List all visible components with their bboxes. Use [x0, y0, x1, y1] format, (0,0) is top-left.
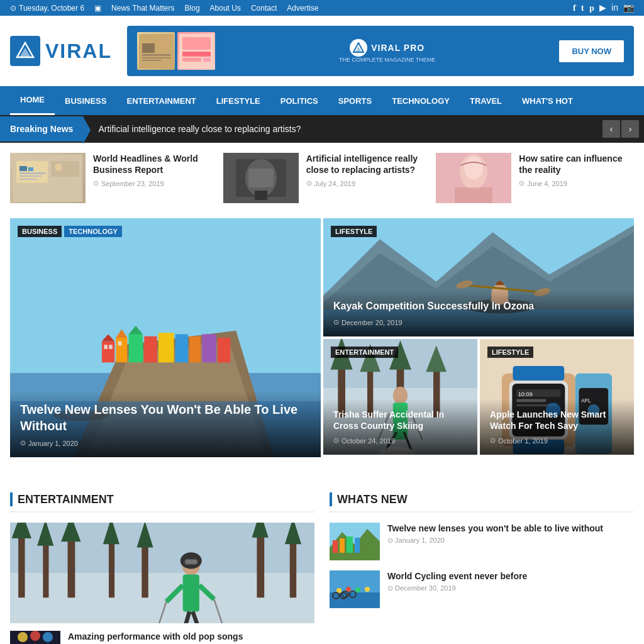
- featured-sub-top-title: Kayak Competition Successfully In Ozona: [333, 300, 624, 313]
- tag-lifestyle-top[interactable]: LIFESTYLE: [331, 226, 377, 237]
- article-1-title: World Headlines & World Business Report: [93, 153, 208, 175]
- featured-sub-bottom-right[interactable]: 10:09 APL LIFESTYLE: [480, 339, 634, 455]
- svg-rect-21: [19, 179, 37, 180]
- svg-rect-43: [189, 336, 201, 363]
- date-display: ⊙ Tuesday, October 6: [10, 4, 84, 13]
- instagram-icon[interactable]: 📷: [623, 3, 634, 13]
- wn-date-2: ⊙ December 30, 2019: [387, 584, 527, 592]
- wn-thumb-2: [330, 570, 380, 608]
- site-header: VIRAL: [0, 16, 644, 86]
- breaking-news-label: Breaking News: [0, 116, 83, 142]
- featured-sub-bottom: ENTERTAINMENT Trisha Suffer Accidental I…: [323, 339, 634, 455]
- svg-rect-11: [182, 58, 201, 62]
- svg-rect-102: [68, 536, 75, 597]
- article-3-info: How satire can influence the reality ⊙ J…: [519, 153, 634, 187]
- ad-banner[interactable]: VIRAL PRO THE COMPLETE MAGAZINE THEME BU…: [127, 26, 634, 76]
- logo-text: VIRAL: [45, 40, 112, 63]
- svg-rect-12: [203, 58, 211, 62]
- svg-rect-45: [218, 338, 230, 362]
- svg-rect-5: [142, 57, 170, 58]
- article-3-image: [436, 153, 511, 203]
- featured-main-date: ⊙ January 1, 2020: [20, 439, 311, 447]
- svg-rect-37: [102, 341, 114, 363]
- svg-rect-17: [19, 166, 27, 171]
- featured-main[interactable]: BUSINESS TECHNOLOGY Twelve New Lenses Yo…: [10, 218, 321, 457]
- wn-title-1: Twelve new lenses you won't be able to l…: [387, 523, 603, 534]
- nav-entertainment[interactable]: ENTERTAINMENT: [116, 87, 206, 114]
- top-article-1[interactable]: World Headlines & World Business Report …: [10, 153, 208, 203]
- featured-sub-bottom-left[interactable]: ENTERTAINMENT Trisha Suffer Accidental I…: [323, 339, 477, 455]
- svg-point-127: [18, 632, 28, 642]
- featured-sub-bl-tags: ENTERTAINMENT: [331, 347, 398, 358]
- svg-rect-113: [183, 575, 199, 612]
- nav-about[interactable]: About Us: [210, 4, 241, 13]
- entertainment-main-image[interactable]: [10, 523, 314, 623]
- top-article-3[interactable]: How satire can influence the reality ⊙ J…: [436, 153, 634, 203]
- whats-new-section: WHATS NEW Twelve new lenses you won't be…: [330, 492, 634, 644]
- svg-rect-51: [118, 341, 122, 346]
- svg-rect-10: [182, 52, 211, 57]
- ad-thumb-2: [177, 32, 215, 70]
- newspaper-icon: ▣: [94, 4, 101, 13]
- svg-rect-40: [144, 336, 157, 363]
- svg-rect-19: [19, 172, 46, 174]
- top-bar-left: ⊙ Tuesday, October 6 ▣ News That Matters…: [10, 4, 318, 13]
- twitter-icon[interactable]: 𝐭: [581, 3, 584, 13]
- breaking-prev-button[interactable]: ‹: [602, 120, 620, 138]
- nav-travel[interactable]: TRAVEL: [460, 87, 512, 114]
- logo-icon: [10, 36, 40, 66]
- ad-thumbnails: [137, 32, 215, 70]
- article-1-date: ⊙ September 23, 2019: [93, 179, 208, 187]
- featured-sub-top[interactable]: LIFESTYLE Kayak Competition Successfully…: [323, 218, 634, 336]
- ad-brand-text: VIRAL PRO: [371, 43, 425, 53]
- wn-thumb-1: [330, 523, 380, 560]
- facebook-icon[interactable]: 𝐟: [573, 3, 576, 13]
- ad-thumb-1: [137, 32, 175, 70]
- svg-point-23: [55, 164, 62, 171]
- site-logo[interactable]: VIRAL: [10, 36, 112, 66]
- tag-business[interactable]: BUSINESS: [18, 226, 62, 237]
- clock-icon-wn1: ⊙: [387, 536, 393, 544]
- nav-contact[interactable]: Contact: [251, 4, 277, 13]
- svg-rect-18: [28, 167, 33, 171]
- wn-item-1[interactable]: Twelve new lenses you won't be able to l…: [330, 523, 634, 560]
- tag-technology[interactable]: TECHNOLOGY: [64, 226, 122, 237]
- tag-entertainment[interactable]: ENTERTAINMENT: [331, 347, 398, 358]
- breaking-news-text: Artificial intelligence really close to …: [83, 116, 602, 142]
- svg-rect-42: [175, 334, 188, 362]
- nav-technology[interactable]: TECHNOLOGY: [382, 87, 460, 114]
- top-article-2[interactable]: Artificial intelligence really close to …: [223, 153, 421, 203]
- article-3-title: How satire can influence the reality: [519, 153, 634, 175]
- nav-whats-hot[interactable]: WHAT'S HOT: [512, 87, 583, 114]
- whats-new-list: Twelve new lenses you won't be able to l…: [330, 523, 634, 608]
- pinterest-icon[interactable]: 𝐩: [589, 3, 594, 13]
- svg-rect-4: [142, 54, 170, 56]
- svg-point-7: [158, 37, 170, 50]
- clock-icon-3: ⊙: [519, 179, 525, 187]
- featured-sub-br-tags: LIFESTYLE: [487, 347, 533, 358]
- tag-lifestyle-br[interactable]: LIFESTYLE: [487, 347, 533, 358]
- main-content: World Headlines & World Business Report …: [0, 143, 644, 482]
- svg-rect-28: [255, 191, 267, 200]
- nav-politics[interactable]: POLITICS: [270, 87, 328, 114]
- svg-rect-3: [142, 43, 155, 53]
- nav-advertise[interactable]: Advertise: [287, 4, 318, 13]
- nav-sports[interactable]: SPORTS: [328, 87, 382, 114]
- breaking-news-bar: Breaking News Artificial intelligence re…: [0, 115, 644, 143]
- featured-main-title: Twelve New Lenses You Won't Be Able To L…: [20, 401, 311, 434]
- nav-blog[interactable]: Blog: [185, 4, 200, 13]
- ent-item-1[interactable]: Amazing performance with old pop songs ⊙…: [10, 631, 314, 644]
- wn-info-1: Twelve new lenses you won't be able to l…: [387, 523, 603, 545]
- wn-item-2[interactable]: World Cycling event never before ⊙ Decem…: [330, 570, 634, 608]
- nav-home[interactable]: HOME: [10, 86, 55, 115]
- youtube-icon[interactable]: ▶: [599, 3, 606, 13]
- nav-lifestyle[interactable]: LIFESTYLE: [206, 87, 270, 114]
- social-icons: 𝐟 𝐭 𝐩 ▶ in 📷: [573, 3, 634, 13]
- nav-business[interactable]: BUSINESS: [55, 87, 116, 114]
- ad-buy-button[interactable]: BUY NOW: [559, 40, 624, 62]
- clock-icon-bl: ⊙: [333, 436, 339, 445]
- featured-sub-bl-date: ⊙ October 24, 2019: [333, 436, 467, 445]
- featured-sub-bl-title: Trisha Suffer Accidental In Cross Countr…: [333, 409, 467, 431]
- breaking-next-button[interactable]: ›: [621, 120, 639, 138]
- linkedin-icon[interactable]: in: [611, 3, 618, 13]
